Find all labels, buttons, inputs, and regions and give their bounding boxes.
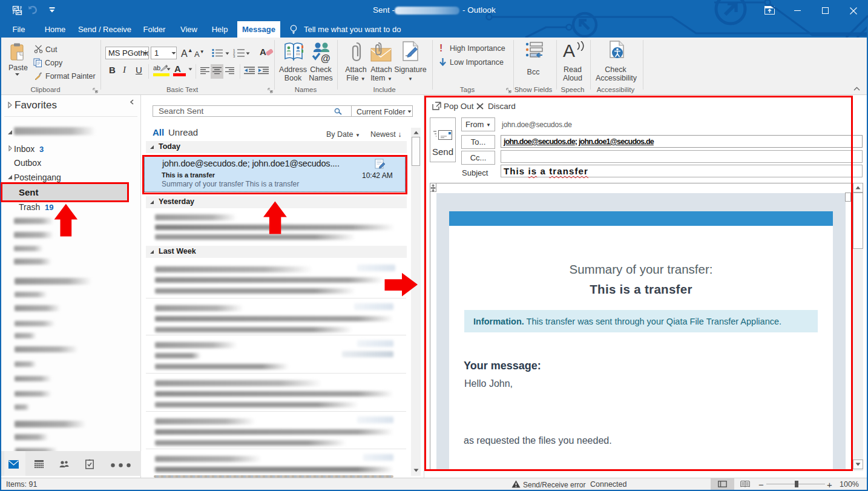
svg-text:@: @ (321, 53, 330, 63)
svg-text:3: 3 (233, 54, 235, 58)
